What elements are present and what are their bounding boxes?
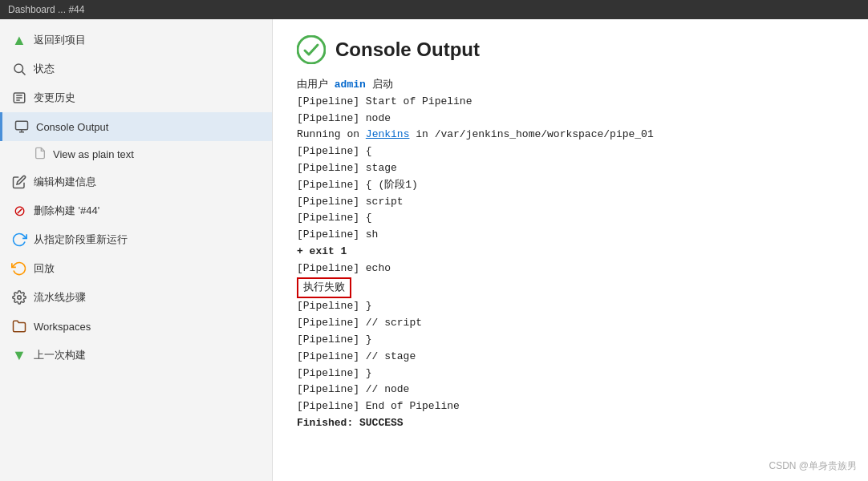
sidebar-item-replay[interactable]: 回放 [0, 254, 272, 283]
replay-icon [11, 261, 27, 277]
delete-icon: ⊘ [11, 203, 27, 219]
sidebar: ▲ 返回到项目 状态 变更历史 Console Output Vie [0, 19, 273, 481]
sidebar-item-change-history[interactable]: 变更历史 [0, 83, 272, 112]
sidebar-item-pipeline-steps[interactable]: 流水线步骤 [0, 283, 272, 312]
sidebar-label-pipeline-steps: 流水线步骤 [34, 290, 86, 305]
svg-rect-6 [16, 121, 28, 130]
sidebar-label-history: 变更历史 [34, 91, 75, 105]
sidebar-label-delete: 删除构建 '#44' [34, 204, 99, 218]
sidebar-label-back: 返回到项目 [34, 33, 86, 47]
history-icon [11, 90, 27, 106]
sidebar-item-view-plain-text[interactable]: View as plain text [0, 141, 272, 168]
svg-line-1 [22, 71, 25, 75]
console-line-user: 由用户 admin 启动 [297, 77, 844, 94]
console-line-19: [Pipeline] End of Pipeline [297, 398, 844, 415]
sidebar-label-plain-text: View as plain text [53, 148, 134, 160]
watermark: CSDN @单身贵族男 [769, 459, 857, 473]
edit-icon [11, 174, 27, 190]
page-title: Console Output [335, 38, 480, 61]
monitor-icon [14, 119, 30, 135]
jenkins-link[interactable]: Jenkins [366, 128, 410, 140]
arrow-up-icon: ▲ [11, 32, 27, 48]
sidebar-label-status: 状态 [34, 62, 55, 76]
console-line-8: [Pipeline] script [297, 194, 844, 211]
console-line-16: [Pipeline] // stage [297, 349, 844, 366]
sidebar-item-restart-stage[interactable]: 从指定阶段重新运行 [0, 225, 272, 254]
console-line-6: [Pipeline] stage [297, 160, 844, 177]
sidebar-label-prev: 上一次构建 [34, 348, 86, 362]
console-line-15: [Pipeline] } [297, 332, 844, 349]
breadcrumb: Dashboard ... #44 [8, 4, 84, 15]
console-line-finished: Finished: SUCCESS [297, 415, 844, 432]
failure-highlight: 执行失败 [297, 277, 351, 299]
svg-point-9 [18, 296, 22, 300]
console-line-exit: + exit 1 [297, 244, 844, 261]
user-link[interactable]: admin [335, 79, 366, 91]
arrow-down-icon: ▼ [11, 347, 27, 363]
sidebar-label-workspaces: Workspaces [34, 321, 91, 333]
console-line-18: [Pipeline] // node [297, 382, 844, 398]
sidebar-item-back-to-project[interactable]: ▲ 返回到项目 [0, 26, 272, 55]
sidebar-item-console-output[interactable]: Console Output [0, 112, 272, 141]
console-line-echo: [Pipeline] echo [297, 261, 844, 277]
sidebar-item-status[interactable]: 状态 [0, 55, 272, 83]
sidebar-label-restart: 从指定阶段重新运行 [34, 232, 128, 247]
sidebar-item-edit-build[interactable]: 编辑构建信息 [0, 168, 272, 196]
console-output-body: 由用户 admin 启动 [Pipeline] Start of Pipelin… [297, 77, 844, 432]
main-layout: ▲ 返回到项目 状态 变更历史 Console Output Vie [0, 19, 868, 481]
sidebar-label-edit-build: 编辑构建信息 [34, 175, 96, 189]
page-header: Console Output [297, 35, 844, 64]
gear-icon [11, 289, 27, 305]
console-line-10: [Pipeline] sh [297, 227, 844, 244]
console-line-7: [Pipeline] { (阶段1) [297, 177, 844, 194]
search-icon [11, 61, 27, 77]
sidebar-item-workspaces[interactable]: Workspaces [0, 312, 272, 341]
sidebar-item-delete-build[interactable]: ⊘ 删除构建 '#44' [0, 196, 272, 225]
console-line-2: [Pipeline] Start of Pipeline [297, 94, 844, 111]
sidebar-label-console: Console Output [36, 121, 108, 133]
document-icon [34, 147, 47, 162]
sidebar-label-replay: 回放 [34, 261, 55, 276]
console-line-5: [Pipeline] { [297, 143, 844, 160]
console-line-highlight: 执行失败 [297, 277, 844, 299]
content-area: Console Output 由用户 admin 启动 [Pipeline] S… [273, 19, 868, 481]
top-bar: Dashboard ... #44 [0, 0, 868, 19]
sidebar-item-prev-build[interactable]: ▼ 上一次构建 [0, 341, 272, 370]
folder-icon [11, 318, 27, 334]
svg-point-0 [14, 64, 23, 73]
console-line-14: [Pipeline] // script [297, 315, 844, 332]
console-line-9: [Pipeline] { [297, 210, 844, 227]
console-line-17: [Pipeline] } [297, 366, 844, 382]
success-check-icon [297, 35, 326, 64]
console-line-jenkins: Running on Jenkins in /var/jenkins_home/… [297, 127, 844, 143]
svg-point-10 [298, 36, 325, 63]
console-line-3: [Pipeline] node [297, 111, 844, 127]
restart-icon [11, 232, 27, 248]
console-line-13: [Pipeline] } [297, 298, 844, 315]
